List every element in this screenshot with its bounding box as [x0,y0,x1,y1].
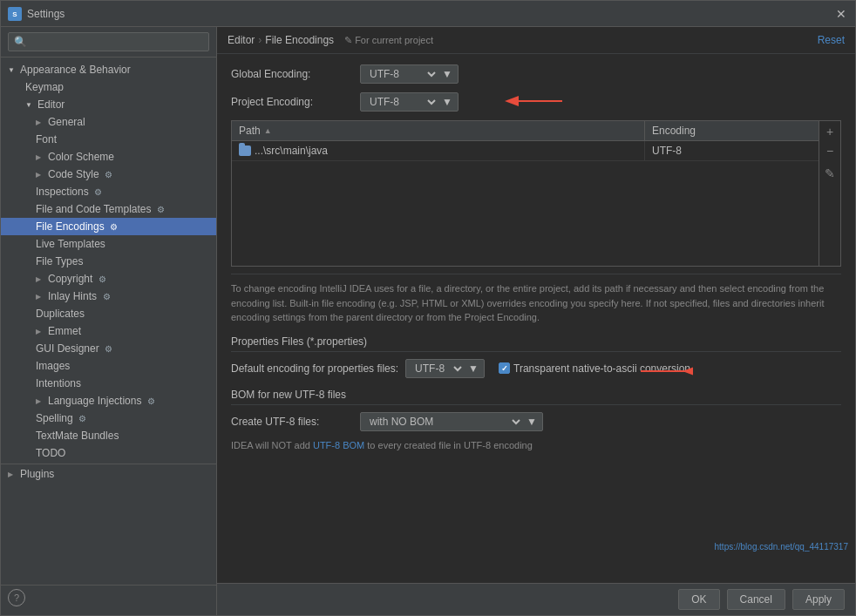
edit-row-button[interactable]: ✎ [821,165,839,182]
breadcrumb-separator: › [258,34,262,46]
sidebar-item-label: Duplicates [36,308,85,320]
close-button[interactable]: ✕ [834,7,848,21]
reset-button[interactable]: Reset [818,34,845,46]
dropdown-icon: ▼ [527,416,537,428]
sidebar-item-todo[interactable]: TODO [1,444,216,462]
sidebar-item-label: File Types [36,255,83,267]
sidebar-item-intentions[interactable]: Intentions [1,375,216,392]
sidebar-item-font[interactable]: Font [1,131,216,148]
sidebar-item-keymap[interactable]: Keymap [1,78,216,96]
sidebar-item-label: Intentions [36,377,81,389]
encoding-cell: UTF-8 [644,141,819,160]
sidebar: ▼ Appearance & Behavior Keymap ▼ Editor … [1,27,217,615]
cancel-button[interactable]: Cancel [727,589,785,610]
sidebar-item-label: Spelling [36,412,73,424]
transparent-checkbox[interactable] [499,362,510,374]
path-value: ...\src\main\java [255,145,328,157]
sidebar-item-live-templates[interactable]: Live Templates [1,235,216,253]
window-controls: ✕ [834,7,848,21]
encodings-table: Path ▲ Encoding ...\src\main\java [231,120,819,267]
path-column-header: Path ▲ [232,121,644,140]
sidebar-item-label: Emmet [48,325,81,337]
expand-arrow: ▼ [25,101,34,109]
breadcrumb-parent: Editor [228,34,255,46]
encoding-column-header: Encoding [644,121,819,140]
nav-tree: ▼ Appearance & Behavior Keymap ▼ Editor … [1,58,216,585]
apply-button[interactable]: Apply [792,589,845,610]
sidebar-item-language-injections[interactable]: ▶ Language Injections ⚙ [1,392,216,410]
global-encoding-row: Global Encoding: UTF-8 UTF-16 ISO-8859-1… [231,64,841,84]
create-utf8-select[interactable]: with NO BOM with BOM with BOM (Windows) [366,415,523,429]
project-encoding-select[interactable]: UTF-8 UTF-16 ISO-8859-1 [366,95,438,109]
sidebar-item-label: Code Style [48,168,99,180]
sidebar-item-spelling[interactable]: Spelling ⚙ [1,410,216,427]
settings-icon: ⚙ [96,273,108,285]
create-utf8-label: Create UTF-8 files: [231,416,353,428]
window-title: Settings [27,8,834,20]
sidebar-item-label: Appearance & Behavior [20,64,131,76]
project-encoding-select-wrapper[interactable]: UTF-8 UTF-16 ISO-8859-1 ▼ [360,92,459,112]
sidebar-item-gui-designer[interactable]: GUI Designer ⚙ [1,340,216,357]
search-input[interactable] [8,32,209,51]
main-layout: ▼ Appearance & Behavior Keymap ▼ Editor … [1,27,855,615]
sidebar-item-plugins[interactable]: ▶ Plugins [1,464,216,483]
encodings-table-container: Path ▲ Encoding ...\src\main\java [231,120,841,267]
expand-arrow: ▶ [36,171,44,179]
table-empty-area [232,161,819,266]
sidebar-item-inlay-hints[interactable]: ▶ Inlay Hints ⚙ [1,288,216,305]
create-utf8-select-wrapper[interactable]: with NO BOM with BOM with BOM (Windows) … [360,412,543,431]
sidebar-item-editor[interactable]: ▼ Editor [1,96,216,113]
sidebar-item-label: File Encodings [36,220,105,233]
sidebar-item-code-style[interactable]: ▶ Code Style ⚙ [1,166,216,183]
expand-arrow: ▶ [8,470,17,478]
sidebar-item-file-types[interactable]: File Types [1,253,216,270]
sidebar-item-label: Live Templates [36,238,105,250]
sidebar-item-label: Font [36,133,57,146]
sidebar-item-file-code-templates[interactable]: File and Code Templates ⚙ [1,200,216,218]
sidebar-item-general[interactable]: ▶ General [1,113,216,131]
table-header: Path ▲ Encoding [232,121,819,141]
settings-icon: ⚙ [92,186,105,198]
default-encoding-select-wrapper[interactable]: UTF-8 UTF-16 ▼ [405,359,485,378]
properties-section: Default encoding for properties files: U… [231,359,841,378]
help-button[interactable]: ? [8,589,25,606]
sidebar-item-textmate-bundles[interactable]: TextMate Bundles [1,427,216,444]
bom-note-prefix: IDEA will NOT add [231,440,313,450]
dropdown-icon: ▼ [442,96,452,108]
annotation-arrow-2 [641,361,693,384]
sidebar-item-file-encodings[interactable]: File Encodings ⚙ [1,218,216,235]
create-utf8-row: Create UTF-8 files: with NO BOM with BOM… [231,412,841,431]
global-encoding-select[interactable]: UTF-8 UTF-16 ISO-8859-1 [366,67,438,81]
sidebar-item-label: File and Code Templates [36,203,152,215]
settings-icon: ⚙ [155,203,167,215]
dropdown-icon: ▼ [468,362,479,375]
bom-link[interactable]: UTF-8 BOM [313,440,364,450]
sidebar-item-images[interactable]: Images [1,357,216,375]
default-encoding-select[interactable]: UTF-8 UTF-16 [411,362,465,376]
ok-button[interactable]: OK [678,589,719,610]
global-encoding-label: Global Encoding: [231,68,353,80]
sidebar-item-label: GUI Designer [36,342,99,355]
search-box [1,27,216,58]
settings-icon: ⚙ [100,290,112,302]
sidebar-item-emmet[interactable]: ▶ Emmet [1,322,216,340]
bom-section: BOM for new UTF-8 files Create UTF-8 fil… [231,389,841,450]
sidebar-item-appearance[interactable]: ▼ Appearance & Behavior [1,61,216,78]
settings-icon: ⚙ [108,220,120,233]
encoding-column-label: Encoding [652,125,696,137]
breadcrumb: Editor › File Encodings ✎ For current pr… [217,27,855,54]
sidebar-item-label: TODO [36,447,65,459]
remove-row-button[interactable]: − [821,142,839,159]
sidebar-item-copyright[interactable]: ▶ Copyright ⚙ [1,270,216,288]
sidebar-item-color-scheme[interactable]: ▶ Color Scheme [1,148,216,166]
sidebar-item-label: Editor [37,98,65,111]
add-row-button[interactable]: + [821,123,839,140]
sidebar-item-duplicates[interactable]: Duplicates [1,305,216,322]
properties-section-title: Properties Files (*.properties) [231,335,841,352]
sidebar-item-inspections[interactable]: Inspections ⚙ [1,183,216,200]
sidebar-item-label: Inspections [36,186,89,198]
global-encoding-select-wrapper[interactable]: UTF-8 UTF-16 ISO-8859-1 ▼ [360,64,459,84]
sidebar-item-label: TextMate Bundles [36,430,119,442]
table-row[interactable]: ...\src\main\java UTF-8 [232,141,819,161]
expand-arrow: ▶ [36,118,44,126]
